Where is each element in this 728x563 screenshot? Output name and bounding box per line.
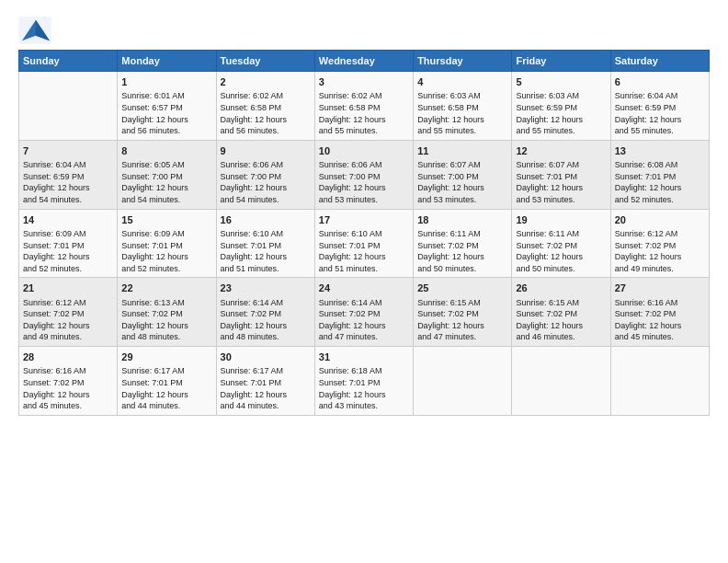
- day-number: 16: [221, 213, 311, 227]
- cell-week4-day6: 26Sunrise: 6:15 AM Sunset: 7:02 PM Dayli…: [512, 278, 610, 347]
- page: SundayMondayTuesdayWednesdayThursdayFrid…: [0, 0, 728, 425]
- cell-week3-day4: 17Sunrise: 6:10 AM Sunset: 7:01 PM Dayli…: [314, 209, 413, 278]
- calendar-table: SundayMondayTuesdayWednesdayThursdayFrid…: [18, 50, 710, 416]
- cell-week4-day7: 27Sunrise: 6:16 AM Sunset: 7:02 PM Dayli…: [610, 278, 709, 347]
- cell-week2-day6: 12Sunrise: 6:07 AM Sunset: 7:01 PM Dayli…: [512, 140, 610, 209]
- col-header-friday: Friday: [512, 51, 610, 72]
- col-header-saturday: Saturday: [610, 51, 709, 72]
- cell-week1-day2: 1Sunrise: 6:01 AM Sunset: 6:57 PM Daylig…: [118, 72, 216, 141]
- day-number: 6: [615, 75, 705, 89]
- day-number: 29: [121, 350, 211, 364]
- day-info: Sunrise: 6:12 AM Sunset: 7:02 PM Dayligh…: [615, 228, 705, 274]
- cell-week2-day3: 9Sunrise: 6:06 AM Sunset: 7:00 PM Daylig…: [216, 140, 314, 209]
- cell-week4-day5: 25Sunrise: 6:15 AM Sunset: 7:02 PM Dayli…: [414, 278, 512, 347]
- cell-week5-day2: 29Sunrise: 6:17 AM Sunset: 7:01 PM Dayli…: [118, 347, 216, 416]
- day-info: Sunrise: 6:07 AM Sunset: 7:00 PM Dayligh…: [417, 159, 507, 205]
- day-number: 31: [319, 350, 409, 364]
- day-number: 1: [121, 75, 211, 89]
- day-number: 15: [121, 213, 211, 227]
- cell-week3-day3: 16Sunrise: 6:10 AM Sunset: 7:01 PM Dayli…: [216, 209, 314, 278]
- day-number: 5: [516, 75, 606, 89]
- day-number: 2: [221, 75, 311, 89]
- col-header-monday: Monday: [118, 51, 216, 72]
- day-info: Sunrise: 6:16 AM Sunset: 7:02 PM Dayligh…: [23, 365, 113, 411]
- cell-week1-day4: 3Sunrise: 6:02 AM Sunset: 6:58 PM Daylig…: [314, 72, 413, 141]
- day-number: 30: [221, 350, 311, 364]
- day-info: Sunrise: 6:15 AM Sunset: 7:02 PM Dayligh…: [417, 297, 507, 343]
- header-row: SundayMondayTuesdayWednesdayThursdayFrid…: [19, 51, 710, 72]
- day-info: Sunrise: 6:11 AM Sunset: 7:02 PM Dayligh…: [516, 228, 606, 274]
- cell-week3-day6: 19Sunrise: 6:11 AM Sunset: 7:02 PM Dayli…: [512, 209, 610, 278]
- day-info: Sunrise: 6:01 AM Sunset: 6:57 PM Dayligh…: [121, 90, 211, 136]
- col-header-wednesday: Wednesday: [314, 51, 413, 72]
- day-info: Sunrise: 6:15 AM Sunset: 7:02 PM Dayligh…: [516, 297, 606, 343]
- cell-week2-day4: 10Sunrise: 6:06 AM Sunset: 7:00 PM Dayli…: [314, 140, 413, 209]
- day-number: 10: [319, 144, 409, 158]
- day-number: 8: [121, 144, 211, 158]
- cell-week2-day2: 8Sunrise: 6:05 AM Sunset: 7:00 PM Daylig…: [118, 140, 216, 209]
- day-number: 19: [516, 213, 606, 227]
- day-number: 26: [516, 282, 606, 295]
- day-number: 11: [417, 144, 507, 158]
- day-number: 7: [23, 144, 113, 158]
- cell-week5-day6: [512, 347, 610, 416]
- day-info: Sunrise: 6:04 AM Sunset: 6:59 PM Dayligh…: [23, 159, 113, 205]
- day-info: Sunrise: 6:17 AM Sunset: 7:01 PM Dayligh…: [121, 365, 211, 411]
- day-number: 25: [417, 282, 507, 295]
- cell-week4-day1: 21Sunrise: 6:12 AM Sunset: 7:02 PM Dayli…: [19, 278, 118, 347]
- cell-week3-day5: 18Sunrise: 6:11 AM Sunset: 7:02 PM Dayli…: [414, 209, 512, 278]
- day-info: Sunrise: 6:09 AM Sunset: 7:01 PM Dayligh…: [23, 228, 113, 274]
- day-info: Sunrise: 6:04 AM Sunset: 6:59 PM Dayligh…: [615, 90, 705, 136]
- week-row-1: 1Sunrise: 6:01 AM Sunset: 6:57 PM Daylig…: [19, 72, 710, 141]
- day-info: Sunrise: 6:16 AM Sunset: 7:02 PM Dayligh…: [615, 297, 705, 343]
- cell-week5-day4: 31Sunrise: 6:18 AM Sunset: 7:01 PM Dayli…: [314, 347, 413, 416]
- cell-week4-day3: 23Sunrise: 6:14 AM Sunset: 7:02 PM Dayli…: [216, 278, 314, 347]
- day-number: 24: [319, 282, 409, 295]
- day-info: Sunrise: 6:03 AM Sunset: 6:59 PM Dayligh…: [516, 90, 606, 136]
- logo-icon: [18, 17, 51, 44]
- cell-week4-day4: 24Sunrise: 6:14 AM Sunset: 7:02 PM Dayli…: [314, 278, 413, 347]
- col-header-thursday: Thursday: [414, 51, 512, 72]
- day-number: 14: [23, 213, 113, 227]
- week-row-5: 28Sunrise: 6:16 AM Sunset: 7:02 PM Dayli…: [19, 347, 710, 416]
- day-info: Sunrise: 6:09 AM Sunset: 7:01 PM Dayligh…: [121, 228, 211, 274]
- cell-week1-day1: [19, 72, 118, 141]
- day-number: 18: [417, 213, 507, 227]
- day-info: Sunrise: 6:11 AM Sunset: 7:02 PM Dayligh…: [417, 228, 507, 274]
- col-header-tuesday: Tuesday: [216, 51, 314, 72]
- day-info: Sunrise: 6:18 AM Sunset: 7:01 PM Dayligh…: [319, 365, 409, 411]
- cell-week3-day7: 20Sunrise: 6:12 AM Sunset: 7:02 PM Dayli…: [610, 209, 709, 278]
- col-header-sunday: Sunday: [19, 51, 118, 72]
- day-info: Sunrise: 6:14 AM Sunset: 7:02 PM Dayligh…: [319, 297, 409, 343]
- day-info: Sunrise: 6:05 AM Sunset: 7:00 PM Dayligh…: [121, 159, 211, 205]
- cell-week5-day3: 30Sunrise: 6:17 AM Sunset: 7:01 PM Dayli…: [216, 347, 314, 416]
- cell-week2-day7: 13Sunrise: 6:08 AM Sunset: 7:01 PM Dayli…: [610, 140, 709, 209]
- cell-week3-day2: 15Sunrise: 6:09 AM Sunset: 7:01 PM Dayli…: [118, 209, 216, 278]
- week-row-2: 7Sunrise: 6:04 AM Sunset: 6:59 PM Daylig…: [19, 140, 710, 209]
- week-row-4: 21Sunrise: 6:12 AM Sunset: 7:02 PM Dayli…: [19, 278, 710, 347]
- week-row-3: 14Sunrise: 6:09 AM Sunset: 7:01 PM Dayli…: [19, 209, 710, 278]
- day-number: 4: [417, 75, 507, 89]
- cell-week2-day5: 11Sunrise: 6:07 AM Sunset: 7:00 PM Dayli…: [414, 140, 512, 209]
- cell-week5-day5: [414, 347, 512, 416]
- day-number: 9: [221, 144, 311, 158]
- day-number: 20: [615, 213, 705, 227]
- day-info: Sunrise: 6:10 AM Sunset: 7:01 PM Dayligh…: [319, 228, 409, 274]
- day-info: Sunrise: 6:12 AM Sunset: 7:02 PM Dayligh…: [23, 297, 113, 343]
- logo: [18, 17, 53, 44]
- cell-week1-day7: 6Sunrise: 6:04 AM Sunset: 6:59 PM Daylig…: [610, 72, 709, 141]
- day-number: 28: [23, 350, 113, 364]
- cell-week5-day1: 28Sunrise: 6:16 AM Sunset: 7:02 PM Dayli…: [19, 347, 118, 416]
- cell-week5-day7: [610, 347, 709, 416]
- day-number: 22: [121, 282, 211, 295]
- day-info: Sunrise: 6:10 AM Sunset: 7:01 PM Dayligh…: [221, 228, 311, 274]
- day-info: Sunrise: 6:14 AM Sunset: 7:02 PM Dayligh…: [221, 297, 311, 343]
- day-number: 3: [319, 75, 409, 89]
- header: [18, 17, 710, 44]
- cell-week3-day1: 14Sunrise: 6:09 AM Sunset: 7:01 PM Dayli…: [19, 209, 118, 278]
- day-info: Sunrise: 6:17 AM Sunset: 7:01 PM Dayligh…: [221, 365, 311, 411]
- day-info: Sunrise: 6:13 AM Sunset: 7:02 PM Dayligh…: [121, 297, 211, 343]
- day-number: 21: [23, 282, 113, 295]
- cell-week1-day6: 5Sunrise: 6:03 AM Sunset: 6:59 PM Daylig…: [512, 72, 610, 141]
- cell-week1-day5: 4Sunrise: 6:03 AM Sunset: 6:58 PM Daylig…: [414, 72, 512, 141]
